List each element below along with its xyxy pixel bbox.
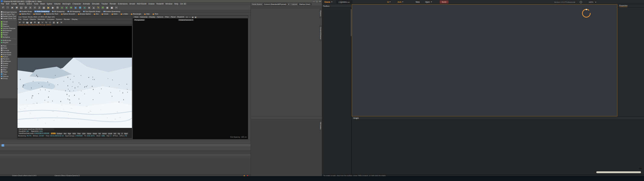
lv-toolbar-icon[interactable]: ⌖ — [41, 21, 44, 24]
toolbar-icon[interactable]: ✚ — [69, 6, 73, 10]
menu-help[interactable]: Help — [173, 3, 179, 5]
sidebar-item-time[interactable]: Time — [0, 73, 17, 75]
toolbar-icon[interactable]: ⬟ — [78, 6, 82, 10]
menu-create[interactable]: Create — [10, 3, 18, 5]
gaea-titlebar[interactable]: Gaea 小岛8888A.tor 1k Auto New Open Build … — [322, 0, 644, 4]
auto-mode-selector[interactable]: Auto — [397, 1, 401, 3]
sidebar-item-radial-clone-tool[interactable]: Radial Clone Tool — [0, 15, 17, 17]
toolbar-icon[interactable]: ✥ — [15, 6, 19, 10]
sidebar-item-linear-clone-tool[interactable]: Linear Clone Tool — [0, 17, 17, 20]
snap-tool-specific-snap[interactable]: Tool Specific Snap — [82, 10, 101, 13]
vp-menu-redshift[interactable]: Redshift — [176, 16, 185, 18]
spline-sketch[interactable]: Sketch — [32, 13, 42, 15]
lv-toolbar-icon[interactable]: ✕ — [60, 21, 63, 24]
menu-spline[interactable]: Spline — [46, 3, 53, 5]
sidebar-item-inheritance[interactable]: Inheritance — [0, 51, 17, 53]
zoom-level[interactable]: 100% — [589, 1, 593, 3]
toolbar-icon[interactable]: ▦ — [42, 6, 46, 10]
layout-value[interactable]: Startup (User) — [298, 3, 311, 5]
sidebar-item-mospline[interactable]: MoSpline — [0, 36, 17, 38]
sidebar-item-moinstance[interactable]: MoInstance — [0, 30, 17, 32]
lv-toolbar-icon[interactable]: ≡ — [18, 21, 21, 24]
spline-spline-smooth[interactable]: Spline Smooth — [60, 13, 76, 15]
menu-redshift[interactable]: Redshift — [155, 3, 165, 5]
wireframe-viewport[interactable] — [133, 18, 248, 139]
menu-tools[interactable]: Tools — [33, 3, 39, 5]
playhead[interactable] — [2, 144, 4, 147]
tab-content-browser-vertical[interactable]: Content Browser — [319, 26, 322, 41]
render-pass-lidir[interactable]: LiDir — [82, 132, 86, 135]
lv-menu-system[interactable]: System — [55, 18, 63, 20]
lv-toolbar-icon[interactable]: ▮▮ — [26, 21, 29, 24]
toolbar-icon[interactable]: ▶ — [51, 6, 55, 10]
spline-spline-pen[interactable]: Spline Pen — [18, 13, 31, 15]
toolbar-icon[interactable]: ◆ — [74, 6, 78, 10]
sidebar-item-sound[interactable]: Sound — [0, 64, 17, 66]
lv-toolbar-icon[interactable]: ✎ — [45, 21, 48, 24]
sidebar-item-cloner[interactable]: Cloner — [0, 21, 17, 23]
render-pass-demain[interactable]: DeMain — [56, 132, 63, 135]
menu-insydium[interactable]: INSYDIUM — [136, 3, 147, 5]
vp-toolbar-icon[interactable]: ▦ — [195, 16, 197, 18]
viewport-label[interactable]: Perspective — [134, 19, 145, 21]
sidebar-item-delay[interactable]: Delay — [0, 47, 17, 49]
gaea-3d-viewport[interactable] — [352, 4, 617, 116]
node-graph-canvas[interactable] — [352, 120, 644, 175]
toolbar-icon[interactable]: ◱ — [19, 6, 23, 10]
lv-menu-cloud[interactable]: Cloud — [22, 18, 29, 20]
menu-mesh[interactable]: Mesh — [39, 3, 46, 5]
sidebar-item-voronoi-fracture[interactable]: Voronoi Fracture — [0, 27, 17, 29]
sidebar-item-moextrude[interactable]: MoExtrude — [0, 39, 17, 41]
vp-menu-panel[interactable]: Panel — [170, 16, 176, 18]
toolbar-icon[interactable]: ▣ — [110, 6, 114, 10]
menu-volume[interactable]: Volume — [53, 3, 62, 5]
lv-menu-objects[interactable]: Objects — [29, 18, 37, 20]
toolbar-icon[interactable]: ● — [60, 6, 64, 10]
vp-toolbar-icon[interactable]: ▣ — [192, 16, 194, 18]
render-pass-mono[interactable]: Mono — [51, 132, 56, 135]
node-space-value[interactable]: Current (Standard&Physical) — [263, 3, 288, 5]
spline-circle[interactable]: Circle — [101, 13, 109, 15]
toolbar-icon[interactable]: ⟳ — [24, 6, 28, 10]
sidebar-item-push-apart[interactable]: Push Apart — [0, 53, 17, 56]
render-pass-shdw[interactable]: Shdw — [92, 132, 98, 135]
menu-file[interactable]: File — [0, 3, 5, 5]
viewport-camera-label[interactable]: OctaneCamera 2 — [178, 19, 194, 21]
vp-menu-cameras[interactable]: Cameras — [139, 16, 148, 18]
sidebar-item-motext[interactable]: MoText — [0, 32, 17, 34]
snap-auto-snapping[interactable]: Auto Snapping — [34, 10, 50, 13]
lv-toolbar-icon[interactable]: ◼ — [30, 21, 33, 24]
spline-n-side[interactable]: n-Side — [120, 13, 129, 15]
menu-animate[interactable]: Animate — [82, 3, 91, 5]
gaea-logo[interactable]: Gaea — [324, 1, 330, 3]
sidebar-item-reeffector[interactable]: ReEffector — [0, 60, 17, 62]
render-pass-tran[interactable]: Tran — [77, 132, 81, 135]
toolbox-scrollbar[interactable] — [351, 8, 352, 174]
lv-menu-display[interactable]: Display — [71, 18, 78, 20]
lv-toolbar-icon[interactable]: ◉ — [56, 21, 59, 24]
snap-3d-snapping[interactable]: 3D Snapping — [51, 10, 66, 13]
spline-star[interactable]: Star — [143, 13, 151, 15]
maximize-button[interactable]: ▢ — [316, 1, 318, 2]
c4d-titlebar[interactable]: Cinema 4D R23.110 (RC) - [小岛4.c4d *] - M… — [0, 0, 322, 3]
menu-simulate[interactable]: Simulate — [91, 3, 100, 5]
lv-toolbar-icon[interactable]: ⌕ — [48, 21, 52, 24]
resolution-selector[interactable]: 1k — [387, 1, 389, 3]
toolbar-icon[interactable]: Z — [37, 6, 41, 10]
spline-arc[interactable]: Arc — [93, 13, 100, 15]
sidebar-item-volume[interactable]: Volume — [0, 75, 17, 77]
toolbar-icon[interactable]: ✂ — [114, 6, 118, 10]
render-pass-og[interactable]: Og — [117, 132, 121, 135]
sidebar-item-python[interactable]: Python — [0, 56, 17, 58]
lv-toolbar-icon[interactable]: ▣ — [37, 21, 40, 24]
vp-menu-display[interactable]: Display — [148, 16, 156, 18]
toolbar-icon[interactable]: ▲ — [92, 6, 96, 10]
toolbar-icon[interactable]: ➤ — [10, 6, 14, 10]
lv-toolbar-icon[interactable]: ⟳ — [22, 21, 25, 24]
open-button[interactable]: Open — [423, 0, 434, 4]
minimize-button[interactable]: — — [313, 1, 315, 2]
toolbar-icon[interactable]: ● — [65, 6, 69, 10]
tab-attributes-vertical[interactable]: Attributes — [319, 121, 322, 131]
toolbar-icon[interactable]: ✎ — [96, 6, 100, 10]
new-button[interactable]: New — [414, 0, 422, 4]
